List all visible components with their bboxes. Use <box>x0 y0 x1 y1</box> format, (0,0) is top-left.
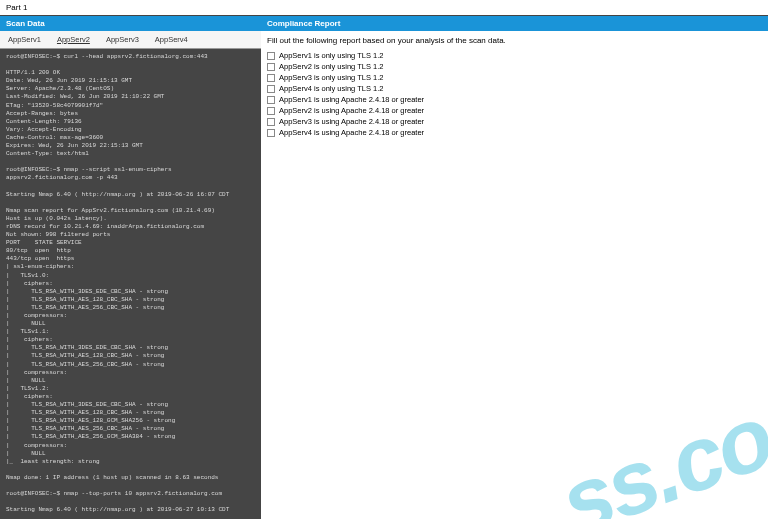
tab-appserv4[interactable]: AppServ4 <box>147 31 196 48</box>
tab-appserv2[interactable]: AppServ2 <box>49 31 98 48</box>
tab-appserv3[interactable]: AppServ3 <box>98 31 147 48</box>
check-row: AppServ4 is only using TLS 1.2 <box>261 83 768 94</box>
check-row: AppServ2 is only using TLS 1.2 <box>261 61 768 72</box>
check-row: AppServ2 is using Apache 2.4.18 or great… <box>261 105 768 116</box>
checkbox[interactable] <box>267 74 275 82</box>
scan-data-header: Scan Data <box>0 16 261 31</box>
terminal-output: root@INFOSEC:~$ curl --head appsrv2.fict… <box>0 49 261 519</box>
check-label: AppServ2 is only using TLS 1.2 <box>279 62 384 71</box>
checkbox[interactable] <box>267 63 275 71</box>
check-row: AppServ1 is using Apache 2.4.18 or great… <box>261 94 768 105</box>
checkbox[interactable] <box>267 118 275 126</box>
check-label: AppServ1 is only using TLS 1.2 <box>279 51 384 60</box>
instructions-text: Fill out the following report based on y… <box>261 31 768 50</box>
tab-appserv1[interactable]: AppServ1 <box>0 31 49 48</box>
checkbox[interactable] <box>267 96 275 104</box>
server-tabs: AppServ1AppServ2AppServ3AppServ4 <box>0 31 261 49</box>
checkbox[interactable] <box>267 52 275 60</box>
main-split: Scan Data AppServ1AppServ2AppServ3AppSer… <box>0 16 768 519</box>
check-label: AppServ3 is using Apache 2.4.18 or great… <box>279 117 424 126</box>
check-label: AppServ1 is using Apache 2.4.18 or great… <box>279 95 424 104</box>
check-row: AppServ1 is only using TLS 1.2 <box>261 50 768 61</box>
page-label: Part 1 <box>0 0 768 16</box>
check-label: AppServ4 is only using TLS 1.2 <box>279 84 384 93</box>
check-label: AppServ4 is using Apache 2.4.18 or great… <box>279 128 424 137</box>
right-panel: Compliance Report Fill out the following… <box>261 16 768 519</box>
check-row: AppServ3 is using Apache 2.4.18 or great… <box>261 116 768 127</box>
compliance-header: Compliance Report <box>261 16 768 31</box>
left-panel: Scan Data AppServ1AppServ2AppServ3AppSer… <box>0 16 261 519</box>
check-row: AppServ3 is only using TLS 1.2 <box>261 72 768 83</box>
checkbox[interactable] <box>267 85 275 93</box>
check-label: AppServ3 is only using TLS 1.2 <box>279 73 384 82</box>
check-row: AppServ4 is using Apache 2.4.18 or great… <box>261 127 768 138</box>
checkbox[interactable] <box>267 107 275 115</box>
checkbox[interactable] <box>267 129 275 137</box>
check-label: AppServ2 is using Apache 2.4.18 or great… <box>279 106 424 115</box>
compliance-checklist: AppServ1 is only using TLS 1.2AppServ2 i… <box>261 50 768 138</box>
